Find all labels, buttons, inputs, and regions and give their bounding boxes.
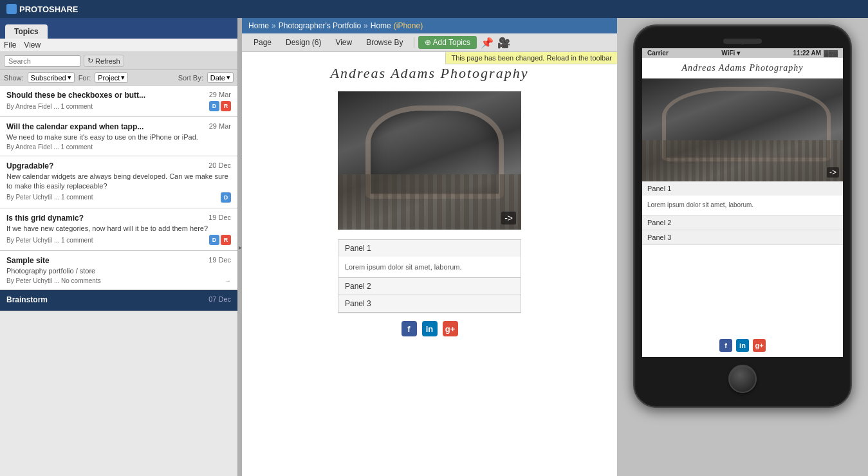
accordion-header-1[interactable]: Panel 1 xyxy=(338,240,521,257)
design-tab[interactable]: Design (6) xyxy=(279,36,328,49)
plus-icon: ⊕ xyxy=(425,38,431,47)
architecture-image xyxy=(338,91,521,230)
topic-item[interactable]: Will the calendar expand when tapp... 29… xyxy=(0,117,237,156)
iphone-facebook-icon[interactable]: f xyxy=(719,339,732,352)
pin-icon[interactable]: 📌 xyxy=(481,37,494,49)
accordion-panel-3: Panel 3 xyxy=(338,295,521,313)
iphone-panel-header-1[interactable]: Panel 1 xyxy=(642,181,843,196)
iphone-googleplus-icon[interactable]: g+ xyxy=(753,339,766,352)
iphone-panel-2: Panel 2 xyxy=(642,215,843,230)
topic-title: Should these be checkboxes or butt... xyxy=(6,91,204,100)
camera-icon[interactable]: 🎥 xyxy=(497,37,510,49)
browse-by-tab[interactable]: Browse By xyxy=(360,36,409,49)
iphone-screen: Carrier WiFi ▾ 11:22 AM ▓▓▓ Andreas Adam… xyxy=(642,48,843,357)
portfolio-image: -> xyxy=(338,91,521,230)
topics-list: Should these be checkboxes or butt... 29… xyxy=(0,86,237,476)
googleplus-icon[interactable]: g+ xyxy=(443,321,458,336)
badge-d: D xyxy=(221,192,231,203)
topics-search-bar: ↻ Refresh xyxy=(0,52,237,70)
iphone-speaker xyxy=(723,39,762,44)
iphone-portfolio-title: Andreas Adams Photography xyxy=(642,58,843,78)
topic-meta: By Peter Uchytil ... 1 comment xyxy=(6,237,93,244)
add-topics-button[interactable]: ⊕ Add Topics xyxy=(418,36,477,49)
refresh-icon: ↻ xyxy=(88,57,93,65)
center-content: This page has been changed. Reload in th… xyxy=(242,52,617,476)
right-panel: Carrier WiFi ▾ 11:22 AM ▓▓▓ Andreas Adam… xyxy=(617,18,868,476)
topic-meta: By Andrea Fidel ... 1 comment xyxy=(6,143,93,151)
topic-date: 29 Mar xyxy=(209,91,231,98)
subscribed-dropdown[interactable]: Subscribed ▾ xyxy=(28,72,75,83)
topic-item[interactable]: Is this grid dynamic? 19 Dec If we have … xyxy=(0,208,237,251)
iphone-panel-3: Panel 3 xyxy=(642,230,843,245)
accordion-header-3[interactable]: Panel 3 xyxy=(338,295,521,312)
breadcrumb-home[interactable]: Home xyxy=(248,21,269,30)
chevron-down-icon-2: ▾ xyxy=(121,73,125,82)
topic-item[interactable]: Should these be checkboxes or butt... 29… xyxy=(0,86,237,117)
page-toolbar: Page Design (6) View Browse By ⊕ Add Top… xyxy=(242,33,617,52)
accordion-panel-1: Panel 1 Lorem ipsum dolor sit amet, labo… xyxy=(338,240,521,278)
image-arrow: -> xyxy=(501,212,516,224)
topic-date: 19 Dec xyxy=(208,256,231,264)
chevron-down-icon: ▾ xyxy=(68,73,71,82)
arrow-icon: → xyxy=(225,277,231,284)
topic-date: 20 Dec xyxy=(208,161,231,169)
topic-meta: By Peter Uchytil ... No comments xyxy=(6,277,101,284)
topics-menu-bar: File View xyxy=(0,39,237,52)
linkedin-icon[interactable]: in xyxy=(422,321,438,336)
iphone-mockup: Carrier WiFi ▾ 11:22 AM ▓▓▓ Andreas Adam… xyxy=(633,24,852,408)
iphone-panel-1: Panel 1 Lorem ipsum dolor sit amet, labo… xyxy=(642,181,843,215)
topics-filter-bar: Show: Subscribed ▾ For: Project ▾ Sort B… xyxy=(0,70,237,86)
topic-body: We need to make sure it's easy to use on… xyxy=(6,133,231,142)
accordion: Panel 1 Lorem ipsum dolor sit amet, labo… xyxy=(338,239,521,313)
iphone-top-area xyxy=(642,35,843,48)
view-tab[interactable]: View xyxy=(329,36,358,49)
topic-date: 07 Dec xyxy=(208,295,231,303)
topic-item[interactable]: Upgradable? 20 Dec New calendar widgets … xyxy=(0,156,237,208)
iphone-panel-header-3[interactable]: Panel 3 xyxy=(642,230,843,244)
iphone-image-arrow: -> xyxy=(827,167,839,178)
badge-r: R xyxy=(221,235,231,245)
for-label: For: xyxy=(78,74,91,82)
badge-r: R xyxy=(221,101,231,111)
breadcrumb-sep-2: » xyxy=(364,21,368,30)
page-tab[interactable]: Page xyxy=(247,36,278,49)
logo-icon xyxy=(6,4,17,14)
iphone-status-bar: Carrier WiFi ▾ 11:22 AM ▓▓▓ xyxy=(642,48,843,58)
breadcrumb-portfolio[interactable]: Photographer's Portfolio xyxy=(279,21,361,30)
topic-item[interactable]: Sample site 19 Dec Photography portfolio… xyxy=(0,251,237,290)
topic-body: Photography portfolio / store xyxy=(6,266,231,275)
topic-body: If we have new categories, now hard will… xyxy=(6,224,231,233)
notification-bar: This page has been changed. Reload in th… xyxy=(445,52,617,64)
accordion-header-2[interactable]: Panel 2 xyxy=(338,278,521,295)
topics-tab[interactable]: Topics xyxy=(5,24,48,39)
accordion-body-1: Lorem ipsum dolor sit amet, laborum. xyxy=(338,257,521,277)
app-bar: PROTOSHARE xyxy=(0,0,868,18)
iphone-panel-header-2[interactable]: Panel 2 xyxy=(642,215,843,230)
breadcrumb-sep-1: » xyxy=(272,21,276,30)
iphone-home-button[interactable] xyxy=(728,365,757,393)
iphone-linkedin-icon[interactable]: in xyxy=(736,339,749,352)
refresh-button[interactable]: ↻ Refresh xyxy=(84,55,124,67)
topic-title: Sample site xyxy=(6,256,203,265)
iphone-arch-img xyxy=(642,78,843,181)
date-dropdown[interactable]: Date ▾ xyxy=(207,72,234,83)
iphone-panel-body-1: Lorem ipsum dolor sit amet, laborum. xyxy=(642,196,843,215)
topics-tab-bar: Topics xyxy=(0,18,237,39)
file-menu[interactable]: File xyxy=(4,41,16,50)
show-label: Show: xyxy=(4,74,24,82)
facebook-icon[interactable]: f xyxy=(402,321,417,336)
center-panel: Home » Photographer's Portfolio » Home (… xyxy=(242,18,617,476)
project-dropdown[interactable]: Project ▾ xyxy=(95,72,128,83)
time-display: 11:22 AM xyxy=(793,50,822,57)
topic-title: Is this grid dynamic? xyxy=(6,214,203,223)
search-input[interactable] xyxy=(4,55,81,67)
badge-d: D xyxy=(209,235,219,245)
wifi-icon: WiFi ▾ xyxy=(721,50,740,57)
toolbar-separator xyxy=(414,37,414,48)
topic-item-brainstorm[interactable]: Brainstorm 07 Dec xyxy=(0,290,237,311)
topic-meta: By Andrea Fidel ... 1 comment xyxy=(6,103,93,110)
view-menu[interactable]: View xyxy=(24,41,41,50)
app-logo: PROTOSHARE xyxy=(6,4,78,14)
iphone-accordion: Panel 1 Lorem ipsum dolor sit amet, labo… xyxy=(642,181,843,334)
topic-title: Brainstorm xyxy=(6,295,203,304)
